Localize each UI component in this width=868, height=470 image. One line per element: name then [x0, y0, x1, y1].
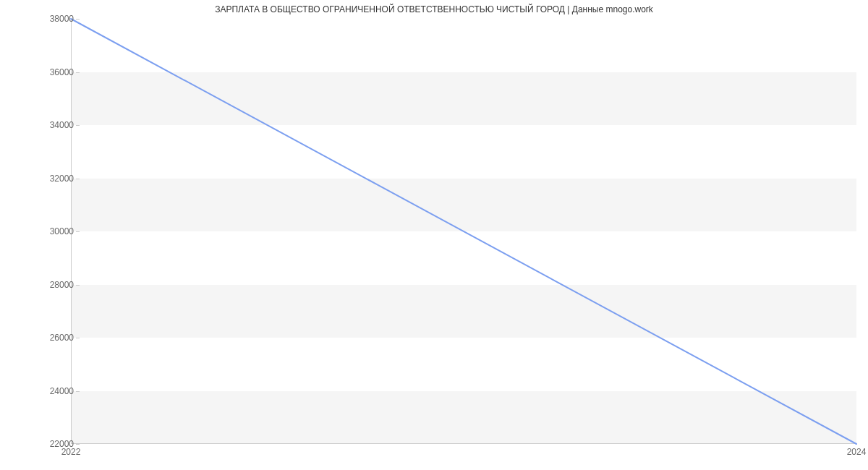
y-tick-label: 28000 [9, 280, 74, 290]
chart-title: ЗАРПЛАТА В ОБЩЕСТВО ОГРАНИЧЕННОЙ ОТВЕТСТ… [0, 4, 868, 14]
y-tick-label: 36000 [9, 67, 74, 77]
y-tick-label: 32000 [9, 174, 74, 184]
x-tick-label: 2024 [847, 447, 867, 457]
y-tick-label: 24000 [9, 386, 74, 396]
chart-container: ЗАРПЛАТА В ОБЩЕСТВО ОГРАНИЧЕННОЙ ОТВЕТСТ… [0, 0, 868, 470]
y-tick-label: 26000 [9, 333, 74, 343]
x-tick-label: 2022 [61, 447, 81, 457]
y-tick-label: 38000 [9, 14, 74, 24]
line-layer [71, 19, 856, 444]
y-tick-label: 30000 [9, 226, 74, 236]
series-line [71, 19, 856, 444]
plot-area [71, 19, 856, 444]
y-tick-label: 34000 [9, 120, 74, 130]
